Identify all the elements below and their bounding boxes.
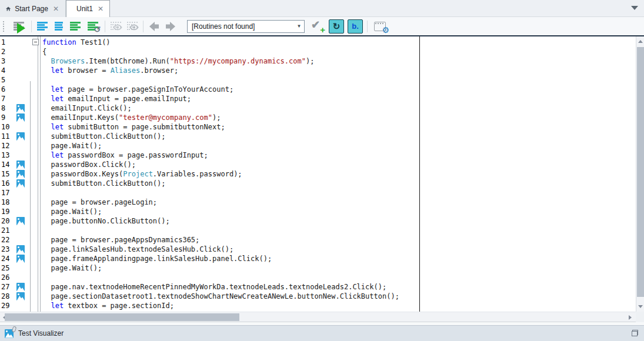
- code-line[interactable]: 1function Test1(): [0, 38, 636, 47]
- test-visualizer-bar[interactable]: Test Visualizer: [0, 325, 644, 341]
- close-icon[interactable]: ✕: [52, 5, 59, 12]
- code-line[interactable]: 14 passwordBox.Click();: [0, 160, 636, 169]
- line-number[interactable]: 24: [0, 255, 15, 263]
- rerun-routine-button[interactable]: ↺: [84, 19, 102, 34]
- code-text[interactable]: page = browser.pageLogin;: [42, 198, 636, 207]
- code-text[interactable]: let textbox = page.sectionId;: [42, 301, 636, 310]
- code-text[interactable]: page.Wait();: [42, 141, 636, 151]
- scroll-right-button[interactable]: [626, 312, 635, 322]
- code-line[interactable]: 25 page.Wait();: [0, 263, 636, 273]
- run-to-cursor-button[interactable]: [51, 19, 67, 34]
- visualizer-image-cell[interactable]: [15, 179, 27, 188]
- show-hidden-code-button-disabled[interactable]: [108, 19, 124, 34]
- code-line[interactable]: 5: [0, 75, 636, 85]
- line-number[interactable]: 21: [0, 226, 15, 235]
- line-number[interactable]: 18: [0, 198, 15, 206]
- convert-to-data-driven-button[interactable]: ↻: [329, 19, 344, 34]
- code-line[interactable]: 16 submitButton.ClickButton();: [0, 179, 636, 188]
- image-icon[interactable]: [16, 255, 25, 263]
- line-number[interactable]: 1: [0, 38, 15, 46]
- script-extensions-button[interactable]: b.: [348, 19, 363, 34]
- visualizer-image-cell[interactable]: [15, 282, 27, 292]
- code-line[interactable]: 19 page.Wait();: [0, 207, 636, 216]
- visualizer-image-cell[interactable]: [15, 245, 27, 254]
- editor-options-button[interactable]: ⚙: [370, 19, 390, 34]
- tab-list-dropdown-icon[interactable]: [631, 6, 638, 10]
- line-number[interactable]: 20: [0, 217, 15, 225]
- code-text[interactable]: page.sectionDatasetroot1.textnodeShowCha…: [42, 292, 636, 301]
- code-text[interactable]: page.linkSalesHub.textnodeSalesHub.Click…: [42, 245, 636, 254]
- visualizer-image-cell[interactable]: [15, 160, 27, 169]
- code-line[interactable]: 11 submitButton.ClickButton();: [0, 132, 636, 141]
- visualizer-image-cell[interactable]: [15, 292, 27, 301]
- code-line[interactable]: 28 page.sectionDatasetroot1.textnodeShow…: [0, 292, 636, 301]
- vertical-scrollbar[interactable]: [636, 36, 644, 312]
- navigate-forward-button[interactable]: [162, 19, 179, 34]
- line-number[interactable]: 5: [0, 76, 15, 84]
- line-number[interactable]: 6: [0, 85, 15, 93]
- code-text[interactable]: submitButton.ClickButton();: [42, 132, 636, 141]
- line-number[interactable]: 26: [0, 273, 15, 282]
- code-text[interactable]: page = browser.pageAppsDynamics365;: [42, 235, 636, 245]
- tab-start-page[interactable]: Start Page ✕: [0, 0, 66, 17]
- image-icon[interactable]: [16, 245, 25, 253]
- line-number[interactable]: 13: [0, 151, 15, 159]
- code-line[interactable]: 17: [0, 188, 636, 198]
- code-text[interactable]: {: [42, 47, 636, 56]
- line-number[interactable]: 19: [0, 208, 15, 216]
- code-text[interactable]: let passwordBox = page.passwordInput;: [42, 151, 636, 160]
- visualizer-image-cell[interactable]: [15, 216, 27, 226]
- toolbar-grip-handle[interactable]: [3, 21, 6, 32]
- line-number[interactable]: 11: [0, 132, 15, 141]
- code-text[interactable]: submitButton.ClickButton();: [42, 179, 636, 188]
- code-line[interactable]: 20 page.buttonNo.ClickButton();: [0, 216, 636, 226]
- code-text[interactable]: let browser = Aliases.browser;: [42, 66, 636, 75]
- image-icon[interactable]: [16, 170, 25, 178]
- line-number[interactable]: 7: [0, 95, 15, 103]
- code-line[interactable]: 3 Browsers.Item(btChrome).Run("https://m…: [0, 56, 636, 66]
- code-text[interactable]: let submitButton = page.submitbuttonNext…: [42, 122, 636, 132]
- code-text[interactable]: page.nav.textnodeHomeRecentPinnedMyWorkD…: [42, 282, 636, 292]
- run-routine-button[interactable]: [67, 19, 84, 34]
- code-line[interactable]: 9 emailInput.Keys("tester@mycompany.com"…: [0, 113, 636, 122]
- code-text[interactable]: let emailInput = page.emailInput;: [42, 94, 636, 103]
- line-number[interactable]: 10: [0, 123, 15, 131]
- fold-cell[interactable]: [27, 38, 42, 47]
- code-line[interactable]: 12 page.Wait();: [0, 141, 636, 151]
- line-number[interactable]: 17: [0, 189, 15, 197]
- horizontal-scrollbar[interactable]: [0, 312, 636, 322]
- image-icon[interactable]: [16, 132, 25, 141]
- line-number[interactable]: 28: [0, 292, 15, 300]
- line-number[interactable]: 15: [0, 170, 15, 178]
- preview-code-button-disabled[interactable]: [124, 19, 141, 34]
- code-text[interactable]: Browsers.Item(btChrome).Run("https://myc…: [42, 56, 636, 66]
- image-icon[interactable]: [16, 179, 25, 188]
- tab-unit1[interactable]: Unit1 ✕: [66, 0, 110, 17]
- code-line[interactable]: 8 emailInput.Click();: [0, 103, 636, 113]
- code-text[interactable]: page.Wait();: [42, 263, 636, 273]
- line-number[interactable]: 8: [0, 104, 15, 112]
- line-number[interactable]: 16: [0, 179, 15, 188]
- code-text[interactable]: page.frameApplandingpage.linkSalesHub.pa…: [42, 254, 636, 263]
- code-text[interactable]: emailInput.Click();: [42, 103, 636, 113]
- line-number[interactable]: 9: [0, 113, 15, 122]
- line-number[interactable]: 25: [0, 264, 15, 272]
- image-icon[interactable]: [16, 217, 25, 225]
- image-icon[interactable]: [16, 161, 25, 169]
- code-line[interactable]: 10 let submitButton = page.submitbuttonN…: [0, 122, 636, 132]
- navigate-back-button[interactable]: [146, 19, 162, 34]
- line-number[interactable]: 29: [0, 302, 15, 310]
- code-line[interactable]: 7 let emailInput = page.emailInput;: [0, 94, 636, 103]
- horizontal-scrollbar-thumb[interactable]: [5, 313, 239, 321]
- visualizer-image-cell[interactable]: [15, 103, 27, 113]
- code-line[interactable]: 15 passwordBox.Keys(Project.Variables.pa…: [0, 169, 636, 179]
- scroll-up-button[interactable]: [636, 37, 644, 46]
- float-panel-icon[interactable]: [632, 330, 638, 336]
- add-checkpoint-button[interactable]: ✔ +: [308, 19, 327, 34]
- line-number[interactable]: 14: [0, 161, 15, 169]
- code-text[interactable]: emailInput.Keys("tester@mycompany.com");: [42, 113, 636, 122]
- run-selected-lines-button[interactable]: [34, 19, 51, 34]
- code-text[interactable]: page.buttonNo.ClickButton();: [42, 216, 636, 226]
- line-number[interactable]: 2: [0, 48, 15, 56]
- scroll-down-button[interactable]: [636, 302, 644, 311]
